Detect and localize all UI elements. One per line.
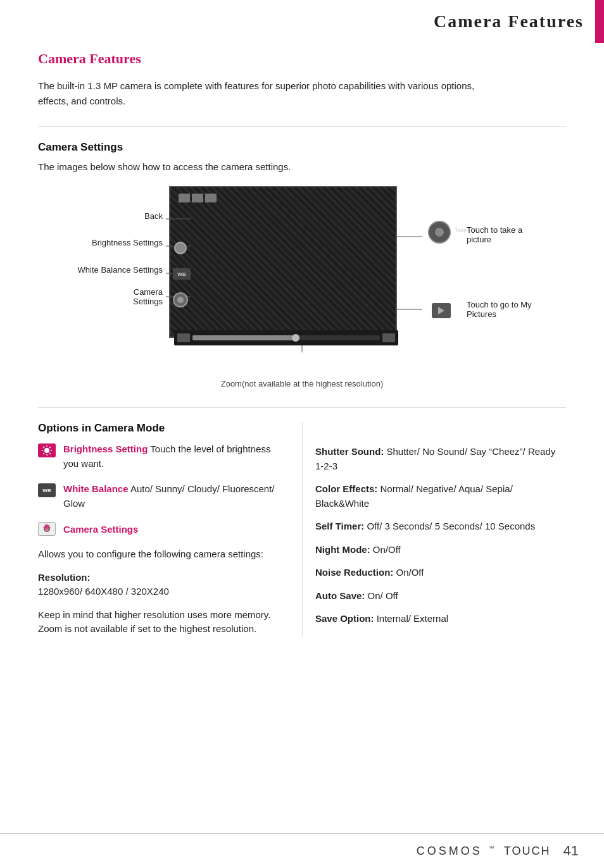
cam-bottom-bar: [174, 330, 398, 345]
header-accent-bar: [595, 0, 604, 43]
brand-cosmos: COSMOS: [417, 845, 482, 857]
svg-point-8: [44, 448, 49, 453]
brightness-label: Brightness Setting: [63, 443, 148, 454]
brand-model: TOUCH: [504, 845, 551, 857]
resolution-note: Keep in mind that higher resolution uses…: [38, 608, 283, 636]
resolution-text: 1280x960/ 640X480 / 320X240: [38, 585, 283, 599]
cam-icon-2: [192, 194, 203, 202]
right-options-list: Shutter Sound: Shutter/ No Sound/ Say “C…: [315, 445, 566, 626]
wb-option-text: White Balance Auto/ Sunny/ Cloudy/ Fluor…: [63, 482, 283, 511]
camera-diagram: Back Brightness Settings White Balance S…: [55, 186, 549, 388]
divider: [38, 127, 566, 127]
shutter-sound-heading: Shutter Sound:: [315, 446, 384, 457]
cam-take-label: Take: [455, 227, 467, 233]
auto-save-option: Auto Save: On/ Off: [315, 589, 566, 604]
main-content: Camera Features The built-in 1.3 MP came…: [0, 0, 604, 674]
noise-reduction-heading: Noise Reduction:: [315, 567, 393, 578]
camera-settings-option-text: Camera Settings: [63, 524, 138, 535]
options-left-col: Options in Camera Mode: [38, 422, 302, 636]
cam-wb-icon: WB: [173, 268, 191, 280]
resolution-heading: Resolution:: [38, 571, 283, 585]
option-wb: WB White Balance Auto/ Sunny/ Cloudy/ Fl…: [38, 482, 283, 511]
self-timer-heading: Self Timer:: [315, 521, 364, 531]
svg-line-15: [49, 447, 51, 448]
noise-reduction-text: On/Off: [396, 567, 424, 578]
cam-icon-1: [179, 194, 190, 202]
camera-screen-inner: [170, 187, 396, 337]
night-mode-heading: Night Mode:: [315, 544, 370, 555]
page-footer: COSMOS ™ TOUCH 41: [0, 833, 604, 868]
night-mode-text: On/Off: [373, 544, 401, 555]
configure-text: Allows you to configure the following ca…: [38, 547, 283, 562]
noise-reduction-option: Noise Reduction: On/Off: [315, 566, 566, 580]
cam-top-icons: [179, 194, 217, 202]
label-back: Back: [93, 211, 163, 221]
save-option-option: Save Option: Internal/ External: [315, 612, 566, 626]
save-option-heading: Save Option:: [315, 613, 374, 624]
label-wb: White Balance Settings: [61, 265, 163, 275]
brand-tm: ™: [489, 845, 496, 852]
cam-brightness-icon: [174, 242, 187, 254]
cam-icon-3: [205, 194, 217, 202]
camera-settings-intro: The images below show how to access the …: [38, 161, 566, 172]
options-grid: Options in Camera Mode: [38, 422, 566, 636]
cam-take-button: [428, 221, 451, 244]
self-timer-text: Off/ 3 Seconds/ 5 Seconds/ 10 Seconds: [367, 521, 535, 531]
option-camera-settings: Camera Settings: [38, 522, 283, 536]
label-brightness: Brightness Settings: [61, 238, 163, 247]
camera-settings-label: Camera Settings: [63, 524, 138, 535]
brightness-option-text: Brightness Setting Touch the level of br…: [63, 442, 283, 471]
self-timer-option: Self Timer: Off/ 3 Seconds/ 5 Seconds/ 1…: [315, 519, 566, 534]
cam-mypictures-button: [432, 303, 451, 318]
cam-zoom-fill: [192, 335, 296, 340]
svg-line-13: [43, 447, 44, 448]
shutter-sound-option: Shutter Sound: Shutter/ No Sound/ Say “C…: [315, 445, 566, 473]
section-title: Camera Features: [38, 51, 566, 67]
cam-zoom-left-icon: [177, 333, 190, 342]
cam-gear-icon: [173, 292, 188, 307]
color-effects-option: Color Effects: Normal/ Negative/ Aqua/ S…: [315, 482, 566, 511]
label-camera-settings: CameraSettings: [103, 287, 163, 306]
resolution-heading-bold: Resolution:: [38, 572, 91, 583]
camera-settings-heading: Camera Settings: [38, 141, 566, 154]
camera-settings-icon: [38, 522, 56, 536]
camera-screen: [169, 186, 397, 338]
label-touch-mypictures: Touch to go to My Pictures: [467, 300, 543, 319]
options-heading: Options in Camera Mode: [38, 422, 283, 435]
footer-brand: COSMOS ™ TOUCH: [417, 845, 551, 858]
auto-save-text: On/ Off: [368, 590, 398, 601]
brightness-setting-icon: [38, 443, 56, 457]
svg-line-16: [43, 453, 44, 454]
wb-icon: WB: [38, 483, 56, 497]
option-brightness: Brightness Setting Touch the level of br…: [38, 442, 283, 471]
intro-text: The built-in 1.3 MP camera is complete w…: [38, 78, 481, 109]
header-title: Camera Features: [415, 0, 584, 43]
label-touch-picture: Touch to take a picture: [467, 225, 543, 244]
svg-line-14: [49, 453, 51, 454]
zoom-caption: Zoom(not available at the highest resolu…: [55, 379, 549, 388]
cam-zoom-right-icon: [382, 333, 395, 342]
cam-zoom-thumb: [292, 334, 299, 342]
night-mode-option: Night Mode: On/Off: [315, 543, 566, 557]
auto-save-heading: Auto Save:: [315, 590, 365, 601]
wb-label: White Balance: [63, 483, 129, 494]
page-number: 41: [563, 843, 579, 859]
cam-zoom-track: [192, 335, 380, 340]
options-right-col: Shutter Sound: Shutter/ No Sound/ Say “C…: [302, 422, 566, 636]
color-effects-heading: Color Effects:: [315, 483, 377, 494]
divider-2: [38, 407, 566, 408]
page-header: Camera Features: [415, 0, 604, 43]
save-option-text: Internal/ External: [377, 613, 448, 624]
